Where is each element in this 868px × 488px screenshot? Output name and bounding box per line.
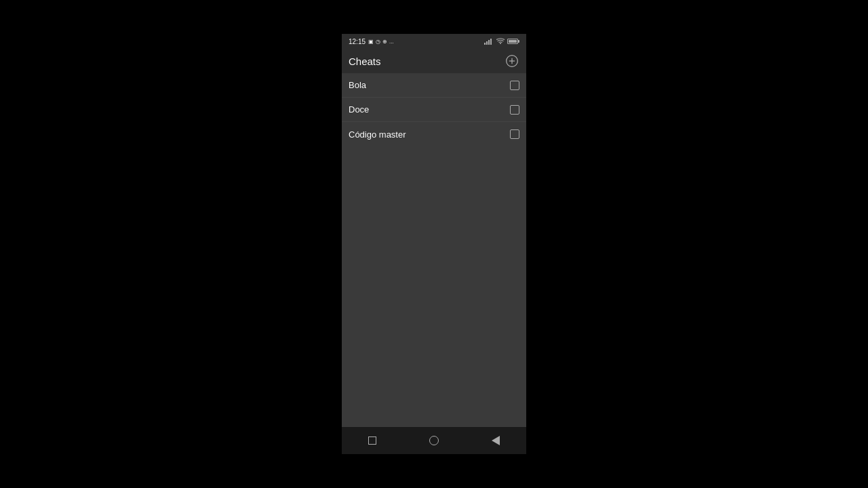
alarm-icon: ◷: [376, 39, 380, 45]
home-button[interactable]: [422, 428, 446, 453]
add-icon: [505, 54, 519, 68]
notification-icon: ▣: [368, 39, 374, 45]
phone-frame: 12:15 ▣ ◷ ⊕ ...: [342, 34, 526, 454]
wifi-icon: [496, 38, 505, 45]
add-cheat-button[interactable]: [505, 54, 519, 68]
location-icon: ⊕: [382, 39, 387, 45]
page-title: Cheats: [349, 56, 381, 67]
list-item[interactable]: Doce: [342, 98, 526, 122]
svg-rect-2: [488, 40, 490, 45]
back-button[interactable]: [484, 428, 508, 453]
list-item[interactable]: Código master: [342, 122, 526, 146]
status-time: 12:15: [349, 38, 366, 45]
status-bar: 12:15 ▣ ◷ ⊕ ...: [342, 34, 526, 49]
cheat-label: Código master: [349, 129, 406, 140]
app-header: Cheats: [342, 49, 526, 73]
square-icon: [368, 436, 376, 445]
more-icon: ...: [389, 39, 394, 45]
status-left: 12:15 ▣ ◷ ⊕ ...: [349, 38, 394, 45]
cheat-label: Doce: [349, 104, 369, 115]
status-icons-left: ▣ ◷ ⊕ ...: [368, 39, 394, 45]
nav-bar: [342, 427, 526, 454]
cheats-list: BolaDoceCódigo master: [342, 73, 526, 427]
svg-rect-3: [490, 39, 492, 45]
svg-rect-1: [486, 41, 488, 45]
back-icon: [492, 436, 500, 445]
home-icon: [429, 436, 439, 445]
battery-icon: [507, 39, 519, 44]
svg-rect-0: [484, 43, 486, 45]
cheat-checkbox[interactable]: [510, 105, 519, 115]
signal-icon: [484, 38, 494, 45]
status-right: [484, 38, 519, 45]
cheat-label: Bola: [349, 80, 366, 90]
list-item[interactable]: Bola: [342, 73, 526, 98]
recent-apps-button[interactable]: [360, 428, 384, 453]
cheat-checkbox[interactable]: [510, 129, 519, 139]
cheat-checkbox[interactable]: [510, 81, 519, 90]
